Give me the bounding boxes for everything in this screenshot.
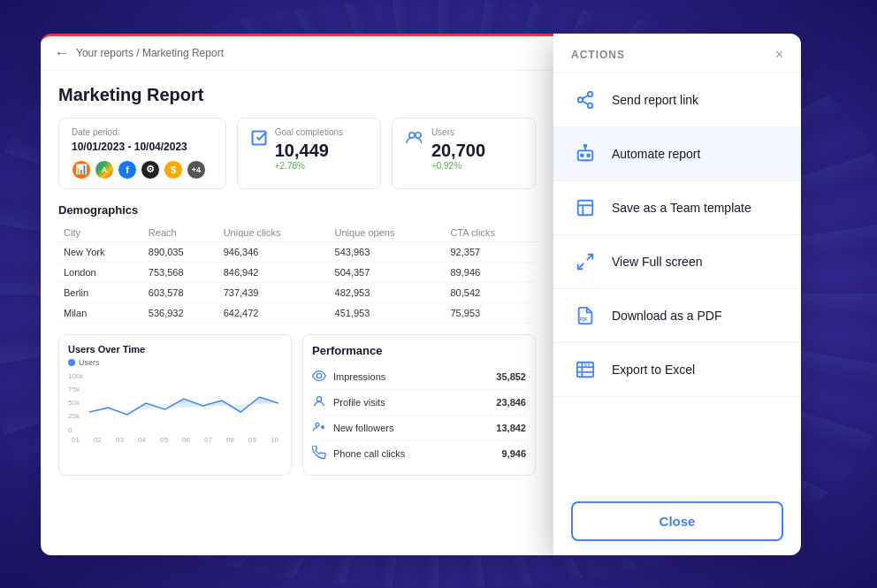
table-row: London753,568846,942504,35789,946 (58, 262, 536, 282)
report-title: Marketing Report (58, 85, 536, 105)
svg-point-4 (316, 396, 321, 401)
goal-card: Goal completions 10,449 +2.78% (237, 118, 381, 189)
actions-header: ACTIONS × (553, 34, 801, 73)
performance-title: Performance (312, 344, 526, 357)
col-unique-clicks: Unique clicks (218, 224, 330, 242)
save-template-label: Save as a Team template (612, 201, 751, 215)
svg-point-14 (581, 154, 583, 157)
icon-yellow: $ (164, 160, 183, 179)
icon-google-ads: A (95, 160, 114, 179)
perf-new-followers: New followers 13,842 (312, 416, 526, 441)
chart-legend: Users (68, 358, 282, 367)
date-label: Date period: (72, 127, 213, 137)
actions-panel: ACTIONS × Send report link Automate repo… (553, 34, 801, 555)
report-panel: ← Your reports / Marketing Report Market… (41, 34, 553, 555)
svg-text:PDF: PDF (580, 317, 588, 322)
col-city: City (58, 224, 143, 242)
automate-label: Automate report (612, 147, 700, 161)
impressions-icon (312, 369, 328, 385)
users-label: Users (431, 127, 485, 137)
action-fullscreen[interactable]: View Full screen (553, 235, 801, 289)
demographics-title: Demographics (58, 203, 536, 217)
stats-row: Date period: 10/01/2023 - 10/04/2023 📊 A… (58, 118, 536, 189)
action-automate[interactable]: Automate report (553, 127, 801, 181)
chart-svg (68, 372, 278, 434)
phone-clicks-label: Phone call clicks (333, 448, 405, 459)
pdf-icon: PDF (571, 302, 599, 330)
action-excel[interactable]: XLS Export to Excel (553, 343, 801, 397)
new-followers-value: 13,842 (496, 423, 526, 433)
demographics-table: City Reach Unique clicks Unique opens CT… (58, 224, 536, 324)
svg-point-2 (416, 132, 421, 137)
goal-change: +2.78% (275, 161, 343, 171)
action-send-report[interactable]: Send report link (553, 73, 801, 127)
svg-line-10 (583, 101, 588, 104)
breadcrumb: Your reports / Marketing Report (76, 47, 224, 59)
perf-phone-clicks: Phone call clicks 9,946 (312, 441, 526, 466)
fullscreen-label: View Full screen (612, 255, 702, 269)
action-pdf[interactable]: PDF Download as a PDF (553, 289, 801, 343)
col-reach: Reach (143, 224, 218, 242)
new-followers-icon (312, 420, 328, 436)
users-change: +0.92% (431, 161, 485, 171)
robot-icon (571, 140, 599, 168)
table-row: New York890,035946,346543,96392,357 (58, 241, 536, 262)
legend-dot (68, 359, 75, 366)
svg-point-5 (316, 423, 319, 426)
users-value: 20,700 (431, 141, 485, 161)
svg-rect-17 (578, 200, 593, 215)
table-row: Berlin603,578737,439482,95380,542 (58, 282, 536, 302)
actions-title: ACTIONS (571, 49, 625, 61)
profile-visits-icon (312, 394, 328, 410)
svg-line-20 (587, 254, 592, 259)
chart-panel: Users Over Time Users 100k75k50k25k0 (58, 334, 292, 476)
excel-label: Export to Excel (612, 363, 695, 377)
template-icon (571, 194, 599, 222)
send-report-label: Send report link (612, 93, 698, 107)
back-button[interactable]: ← (55, 45, 69, 61)
icon-analytics: 📊 (72, 160, 91, 179)
icon-dark1: ⚙ (141, 160, 160, 179)
svg-point-9 (588, 103, 593, 108)
action-save-template[interactable]: Save as a Team template (553, 181, 801, 235)
col-cta: CTA clicks (445, 224, 536, 242)
bottom-row: Users Over Time Users 100k75k50k25k0 (58, 334, 536, 476)
profile-visits-label: Profile visits (333, 397, 385, 408)
svg-point-8 (578, 97, 583, 103)
performance-panel: Performance Impressions 35,852 (302, 334, 536, 476)
impressions-label: Impressions (333, 371, 385, 382)
perf-profile-visits: Profile visits 23,846 (312, 390, 526, 416)
svg-point-7 (588, 91, 593, 96)
svg-point-1 (409, 132, 415, 137)
svg-line-21 (578, 263, 583, 268)
svg-point-13 (584, 144, 587, 147)
new-followers-label: New followers (333, 423, 393, 433)
svg-rect-0 (252, 131, 265, 144)
table-row: Milan536,932642,472451,95375,953 (58, 302, 536, 323)
legend-label: Users (79, 358, 100, 367)
date-value: 10/01/2023 - 10/04/2023 (72, 141, 213, 153)
share-icon (571, 86, 599, 114)
close-button[interactable]: Close (571, 501, 783, 541)
chart-y-labels: 100k75k50k25k0 (68, 372, 83, 434)
chart-x-labels: 0102030405 0607080910 (68, 436, 282, 444)
goal-value: 10,449 (275, 141, 343, 161)
col-unique-opens: Unique opens (330, 224, 446, 242)
chart-area: 100k75k50k25k0 (68, 372, 282, 434)
icon-facebook: f (118, 160, 137, 179)
fullscreen-icon (571, 248, 599, 276)
close-x-button[interactable]: × (775, 48, 783, 62)
impressions-value: 35,852 (496, 371, 526, 382)
phone-clicks-value: 9,946 (501, 448, 526, 459)
date-card: Date period: 10/01/2023 - 10/04/2023 📊 A… (58, 118, 226, 189)
phone-icon (312, 446, 328, 462)
integration-icons: 📊 A f ⚙ $ +4 (72, 160, 213, 179)
svg-text:XLS: XLS (583, 363, 591, 367)
chart-title: Users Over Time (68, 344, 282, 355)
svg-point-15 (587, 154, 590, 157)
actions-footer: Close (553, 487, 801, 555)
goal-label: Goal completions (275, 127, 343, 137)
icon-count: +4 (187, 160, 206, 179)
perf-impressions: Impressions 35,852 (312, 364, 526, 390)
profile-visits-value: 23,846 (496, 397, 526, 408)
